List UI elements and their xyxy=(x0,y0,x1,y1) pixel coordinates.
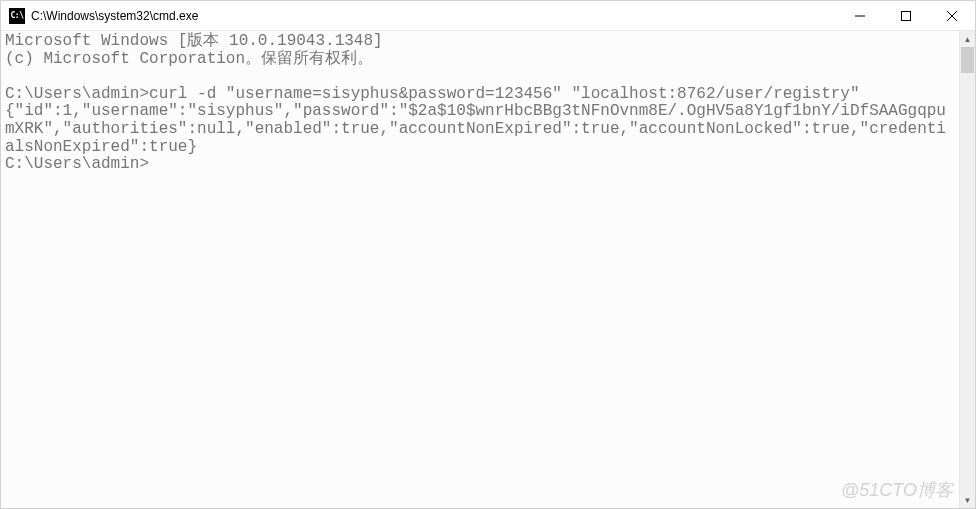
console-area: Microsoft Windows [版本 10.0.19043.1348] (… xyxy=(1,31,975,508)
scroll-thumb[interactable] xyxy=(961,47,974,73)
minimize-icon xyxy=(855,11,865,21)
vertical-scrollbar[interactable]: ▲ ▼ xyxy=(959,31,975,508)
svg-rect-1 xyxy=(902,12,911,21)
window-titlebar: C:\ C:\Windows\system32\cmd.exe xyxy=(1,1,975,31)
close-button[interactable] xyxy=(929,1,975,31)
cmd-icon: C:\ xyxy=(9,8,25,24)
minimize-button[interactable] xyxy=(837,1,883,31)
close-icon xyxy=(947,11,957,21)
window-controls xyxy=(837,1,975,30)
window-title: C:\Windows\system32\cmd.exe xyxy=(31,9,837,23)
cmd-icon-label: C:\ xyxy=(11,11,24,20)
scroll-up-arrow[interactable]: ▲ xyxy=(960,31,975,47)
maximize-button[interactable] xyxy=(883,1,929,31)
console-output[interactable]: Microsoft Windows [版本 10.0.19043.1348] (… xyxy=(1,31,959,508)
scroll-down-arrow[interactable]: ▼ xyxy=(960,492,975,508)
maximize-icon xyxy=(901,11,911,21)
